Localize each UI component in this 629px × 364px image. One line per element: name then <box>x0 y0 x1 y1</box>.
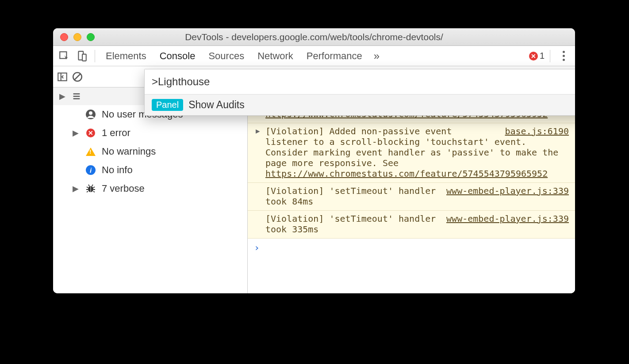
panel-badge: Panel <box>152 99 183 111</box>
minimize-window-button[interactable] <box>73 33 81 41</box>
window-title: DevTools - developers.google.com/web/too… <box>53 32 575 42</box>
toggle-sidebar-icon[interactable] <box>57 71 68 83</box>
error-icon: ✕ <box>529 52 538 61</box>
svg-rect-2 <box>82 54 86 61</box>
close-window-button[interactable] <box>60 33 68 41</box>
console-source-link[interactable]: www-embed-player.js:339 <box>446 186 569 196</box>
info-icon: i <box>85 165 96 175</box>
devtools-window: DevTools - developers.google.com/web/too… <box>53 28 575 293</box>
sidebar-item-verbose[interactable]: ▶ 7 verbose <box>53 179 247 198</box>
console-message-text: [Violation] 'setTimeout' handler took 33… <box>265 213 436 235</box>
console-output: nt. make the page more responsive. See h… <box>248 87 575 293</box>
console-body: ▶ No user messages ▶ ✕ 1 error <box>53 87 575 293</box>
console-source-link[interactable]: www-embed-player.js:339 <box>446 213 569 224</box>
command-menu-input[interactable] <box>145 69 575 94</box>
sidebar-item-info[interactable]: i No info <box>53 161 247 179</box>
console-message: www-embed-player.js:339 [Violation] 'set… <box>248 183 575 211</box>
command-menu-result-label: Show Audits <box>188 99 245 111</box>
command-menu: Panel Show Audits <box>144 69 575 116</box>
clear-console-icon[interactable] <box>72 71 83 83</box>
sidebar-item-label: No info <box>102 164 133 176</box>
tab-network[interactable]: Network <box>252 50 299 62</box>
main-toolbar: Elements Console Sources Network Perform… <box>53 46 575 66</box>
warning-icon <box>85 148 96 156</box>
user-icon <box>85 109 96 120</box>
console-prompt[interactable]: › <box>248 239 575 293</box>
titlebar: DevTools - developers.google.com/web/too… <box>53 28 575 46</box>
svg-point-11 <box>89 111 92 115</box>
console-link[interactable]: https://www.chromestatus.com/feature/574… <box>265 168 548 179</box>
console-message: ▶ base.js:6190 [Violation] Added non-pas… <box>248 123 575 183</box>
error-icon: ✕ <box>85 129 96 137</box>
console-message: www-embed-player.js:339 [Violation] 'set… <box>248 211 575 239</box>
prompt-chevron-icon: › <box>254 242 260 253</box>
tab-console[interactable]: Console <box>154 50 201 62</box>
tab-sources[interactable]: Sources <box>203 50 249 62</box>
console-source-link[interactable]: base.js:6190 <box>505 126 569 136</box>
tab-performance[interactable]: Performance <box>301 50 368 62</box>
sidebar-item-label: No warnings <box>102 146 156 157</box>
zoom-window-button[interactable] <box>87 33 95 41</box>
command-menu-result[interactable]: Panel Show Audits <box>145 94 575 115</box>
tabs-overflow-icon[interactable]: » <box>370 50 380 62</box>
console-sidebar: ▶ No user messages ▶ ✕ 1 error <box>53 87 248 293</box>
settings-menu-icon[interactable] <box>558 51 569 61</box>
error-count-badge[interactable]: ✕ 1 <box>529 51 545 61</box>
console-message-text: [Violation] 'setTimeout' handler took 84… <box>265 186 436 207</box>
sidebar-item-label: 1 error <box>102 127 130 139</box>
sidebar-item-warnings[interactable]: No warnings <box>53 142 247 161</box>
inspect-icon[interactable] <box>57 50 72 62</box>
device-toggle-icon[interactable] <box>74 50 89 62</box>
sidebar-item-label: 7 verbose <box>102 183 145 194</box>
tab-elements[interactable]: Elements <box>100 50 152 62</box>
bug-icon <box>85 183 96 194</box>
sidebar-item-errors[interactable]: ▶ ✕ 1 error <box>53 124 247 142</box>
expand-icon: ▶ <box>73 184 80 193</box>
traffic-lights <box>53 33 95 41</box>
list-icon <box>72 91 81 101</box>
expand-icon: ▶ <box>73 128 80 138</box>
svg-line-6 <box>75 74 81 80</box>
expand-icon: ▶ <box>59 91 66 101</box>
expand-icon[interactable]: ▶ <box>256 127 260 135</box>
error-count: 1 <box>540 51 545 61</box>
